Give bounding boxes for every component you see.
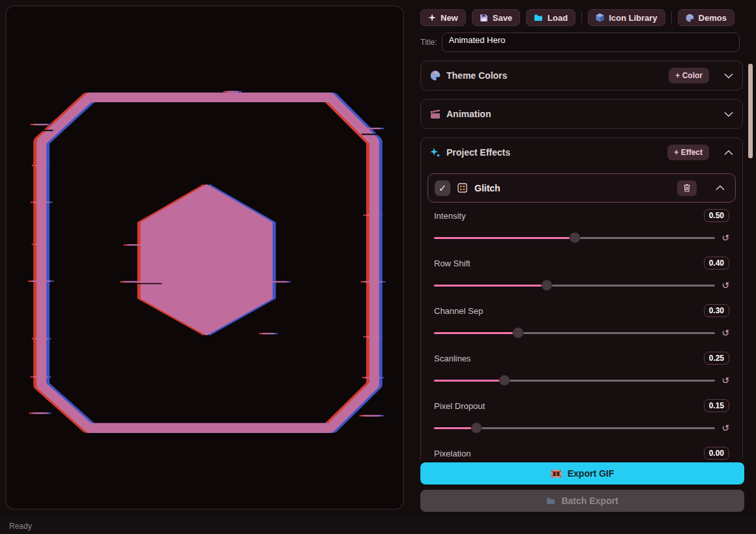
slider-track[interactable] xyxy=(434,237,715,239)
slider-track[interactable] xyxy=(434,332,715,334)
save-button-label: Save xyxy=(493,13,512,23)
param-value-badge[interactable]: 0.00 xyxy=(704,447,729,460)
slider-thumb[interactable] xyxy=(513,328,524,339)
section-project-effects-header[interactable]: Project Effects + Effect xyxy=(421,138,742,167)
reset-icon[interactable]: ↺ xyxy=(721,328,729,337)
chevron-up-icon[interactable] xyxy=(716,185,725,191)
export-gif-button[interactable]: Export GIF xyxy=(420,462,744,485)
icon-library-button[interactable]: Icon Library xyxy=(588,9,665,26)
slider-track[interactable] xyxy=(434,380,715,382)
effect-enabled-checkbox[interactable]: ✓ xyxy=(435,180,450,196)
param-value-badge[interactable]: 0.30 xyxy=(704,304,729,317)
chevron-down-icon[interactable] xyxy=(724,111,733,117)
scrollbar-thumb[interactable] xyxy=(748,64,753,158)
section-project-effects: Project Effects + Effect ✓ Glitch xyxy=(420,137,743,460)
param-slider: ↺ xyxy=(434,277,729,293)
title-row: Title: xyxy=(420,33,740,52)
palette-icon xyxy=(686,14,694,22)
folder-icon xyxy=(534,14,543,21)
export-footer: Export GIF Batch Export xyxy=(420,462,744,512)
status-text: Ready xyxy=(9,522,32,531)
section-title: Theme Colors xyxy=(446,70,507,81)
batch-export-label: Batch Export xyxy=(561,496,618,506)
param-pixel-dropout: Pixel Dropout 0.15 ↺ xyxy=(434,399,729,436)
param-slider: ↺ xyxy=(434,372,729,388)
status-bar: Ready xyxy=(0,518,756,534)
slider-thumb[interactable] xyxy=(569,232,580,244)
param-value-badge[interactable]: 0.15 xyxy=(704,399,729,412)
glitch-grid-icon xyxy=(458,183,467,193)
param-scanlines: Scanlines 0.25 ↺ xyxy=(434,352,729,388)
param-value-badge[interactable]: 0.50 xyxy=(704,209,729,222)
load-button-label: Load xyxy=(547,13,568,23)
floppy-icon xyxy=(480,14,488,22)
toolbar: New Save Load Icon Library xyxy=(420,9,751,26)
clapperboard-icon xyxy=(430,109,441,119)
section-animation-header[interactable]: Animation xyxy=(421,100,742,128)
icon-library-button-label: Icon Library xyxy=(609,13,657,23)
reset-icon[interactable]: ↺ xyxy=(721,281,729,290)
param-label: Pixelation xyxy=(434,449,471,458)
save-button[interactable]: Save xyxy=(472,9,520,26)
chevron-up-icon[interactable] xyxy=(724,150,733,156)
controls-panel: New Save Load Icon Library xyxy=(412,5,751,510)
load-button[interactable]: Load xyxy=(526,9,575,26)
slider-thumb[interactable] xyxy=(499,375,510,386)
sparkle-icon xyxy=(428,14,436,21)
title-input[interactable] xyxy=(442,33,740,52)
palette-icon xyxy=(430,70,441,81)
add-color-button[interactable]: + Color xyxy=(669,68,709,83)
param-value-badge[interactable]: 0.25 xyxy=(704,352,729,365)
delete-effect-button[interactable] xyxy=(677,180,697,196)
sections-scroll-area[interactable]: Theme Colors + Color Animation xyxy=(420,61,743,460)
new-button-label: New xyxy=(441,13,458,23)
param-value-badge[interactable]: 0.40 xyxy=(704,257,729,270)
export-gif-label: Export GIF xyxy=(568,468,615,479)
glitch-artwork xyxy=(7,7,403,509)
param-label: Channel Sep xyxy=(434,306,483,316)
section-theme-colors-header[interactable]: Theme Colors + Color xyxy=(421,61,742,90)
param-intensity: Intensity 0.50 ↺ xyxy=(434,209,729,246)
section-title: Animation xyxy=(446,109,491,119)
demos-button-label: Demos xyxy=(699,13,727,23)
title-label: Title: xyxy=(420,38,437,47)
param-slider: ↺ xyxy=(434,420,729,436)
reset-icon[interactable]: ↺ xyxy=(721,423,729,432)
film-icon xyxy=(551,470,562,478)
param-label: Row Shift xyxy=(434,259,471,268)
toolbar-divider xyxy=(671,11,672,24)
param-label: Scanlines xyxy=(434,354,471,363)
section-animation: Animation xyxy=(420,99,743,129)
reset-icon[interactable]: ↺ xyxy=(721,233,729,242)
effect-name: Glitch xyxy=(474,183,501,193)
batch-export-button[interactable]: Batch Export xyxy=(420,490,744,512)
param-label: Intensity xyxy=(434,211,465,221)
param-pixelation: Pixelation 0.00 ↺ xyxy=(434,447,729,460)
param-slider: ↺ xyxy=(434,325,729,341)
param-channel-sep: Channel Sep 0.30 ↺ xyxy=(434,304,729,341)
new-button[interactable]: New xyxy=(420,9,466,26)
slider-track[interactable] xyxy=(434,427,715,429)
cube-icon xyxy=(596,13,604,22)
reset-icon[interactable]: ↺ xyxy=(721,376,729,385)
slider-thumb[interactable] xyxy=(471,423,482,434)
param-row-shift: Row Shift 0.40 ↺ xyxy=(434,257,729,293)
section-theme-colors: Theme Colors + Color xyxy=(420,61,743,91)
slider-track[interactable] xyxy=(434,285,715,287)
param-slider: ↺ xyxy=(434,230,729,246)
folder-icon xyxy=(546,497,555,505)
app-window: New Save Load Icon Library xyxy=(0,0,756,534)
slider-thumb[interactable] xyxy=(541,280,552,291)
trash-icon xyxy=(683,184,691,192)
effect-glitch-header[interactable]: ✓ Glitch xyxy=(428,174,735,202)
sparkles-icon xyxy=(430,147,441,158)
effect-params: Intensity 0.50 ↺ Row Shift 0.40 xyxy=(421,209,742,460)
preview-canvas[interactable] xyxy=(5,5,404,510)
param-label: Pixel Dropout xyxy=(434,401,485,411)
effect-glitch-card: ✓ Glitch xyxy=(428,173,736,203)
chevron-down-icon[interactable] xyxy=(724,73,733,79)
demos-button[interactable]: Demos xyxy=(678,9,734,26)
add-effect-button[interactable]: + Effect xyxy=(667,145,709,160)
section-title: Project Effects xyxy=(446,147,510,158)
toolbar-divider xyxy=(581,11,582,24)
